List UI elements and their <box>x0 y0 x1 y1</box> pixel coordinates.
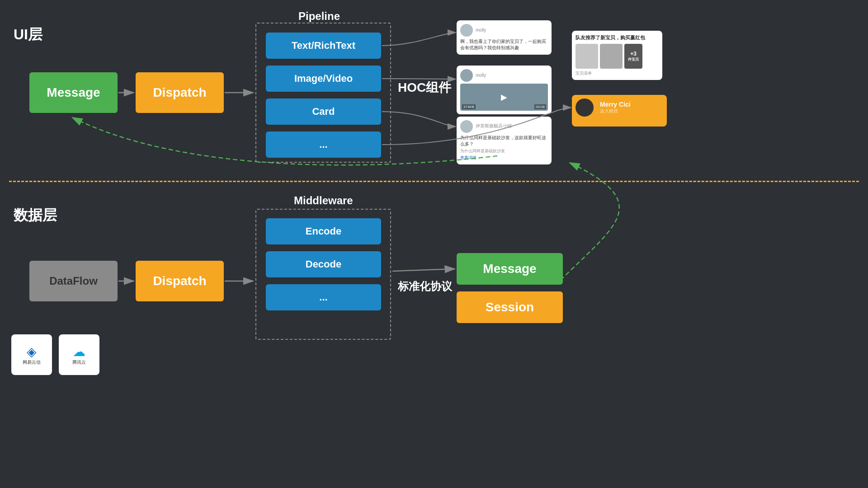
middleware-dots: ... <box>266 284 381 310</box>
logo-tencent: ☁ 腾讯云 <box>59 334 99 375</box>
chat3-action: 查看详情 <box>460 155 548 161</box>
logo2-text: 腾讯云 <box>72 359 86 366</box>
chat-card-sub: 伊芙斯旗舰店小铺 为什么同样是基础款沙发，这款就要好旺这么多？ 为什么同样是基础… <box>457 117 552 164</box>
logo-wangyiyunxin: ◈ 网易云信 <box>11 334 52 375</box>
chat2-username: molly <box>476 73 486 78</box>
chat3-sub: 为什么同样是基础款沙发 <box>460 148 548 154</box>
right-card-title: 队友推荐了新宝贝，购买赢红包 <box>576 34 659 41</box>
pipeline-title: Pipeline <box>298 10 340 23</box>
pipeline-card: Card <box>266 99 381 125</box>
chat3-text: 为什么同样是基础款沙发，这款就要好旺这么多？ <box>460 135 548 147</box>
pipeline-image-video: Image/Video <box>266 66 381 92</box>
right-card-orange: Merry Cici 达入粉丝 <box>572 95 667 127</box>
middleware-title: Middleware <box>294 194 353 207</box>
logo1-text: 网易云信 <box>23 359 41 366</box>
ui-dispatch-box: Dispatch <box>136 72 224 113</box>
chat-card-video: molly ▶ 374KB 00:08 <box>457 66 552 114</box>
session-box: Session <box>457 291 563 323</box>
middleware-decode: Decode <box>266 251 381 277</box>
middleware-encode: Encode <box>266 218 381 244</box>
right-card-footer: 宝贝清单 <box>576 70 659 76</box>
data-dispatch-box: Dispatch <box>136 261 224 301</box>
chat1-username: molly <box>476 28 486 33</box>
pipeline-dots: ... <box>266 131 381 158</box>
layer-divider <box>9 181 859 182</box>
chat-card-text: molly 啊，我也看上了你们家的宝贝了，一起购买会有优惠吗？我也特别感兴趣 <box>457 20 552 55</box>
ui-layer-label: UI层 <box>14 25 42 45</box>
arrows-overlay <box>0 0 868 488</box>
data-layer-label: 数据层 <box>14 206 57 225</box>
hoc-label: HOC组件 <box>398 79 451 96</box>
right-card-product: 队友推荐了新宝贝，购买赢红包 +3件宝贝 宝贝清单 <box>572 31 662 80</box>
dataflow-box: DataFlow <box>29 261 118 301</box>
chat1-text: 啊，我也看上了你们家的宝贝了，一起购买会有优惠吗？我也特别感兴趣 <box>460 38 548 51</box>
data-message-box: Message <box>457 253 563 285</box>
merry-name: Merry Cici <box>600 101 631 108</box>
ui-message-box: Message <box>29 72 118 113</box>
protocol-label: 标准化协议 <box>398 279 452 294</box>
merry-sub: 达入粉丝 <box>600 108 631 114</box>
svg-line-6 <box>392 269 455 271</box>
chat3-username: 伊芙斯旗舰店小铺 <box>476 123 512 129</box>
pipeline-text-richtext: Text/RichText <box>266 33 381 59</box>
